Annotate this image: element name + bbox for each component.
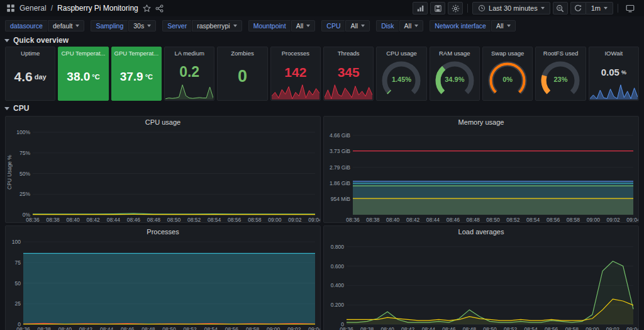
svg-text:09:00: 09:00	[587, 217, 601, 223]
chart-canvas[interactable]: 954 MiB1.86 GiB2.79 GiB3.73 GiB4.66 GiB0…	[324, 128, 638, 223]
variable-value-network-interface[interactable]: All	[491, 20, 516, 31]
stat-title[interactable]: IOWait	[589, 47, 638, 57]
time-range-label: Last 30 minutes	[489, 4, 538, 12]
panel-title[interactable]: Processes	[6, 226, 320, 238]
chevron-down-icon	[507, 25, 511, 27]
svg-text:08:36: 08:36	[340, 326, 353, 330]
stat-title[interactable]: RootFS used	[536, 47, 585, 57]
stat-title[interactable]: LA medium	[165, 47, 214, 57]
stat-panel-la-medium: LA medium0.2	[164, 47, 214, 101]
svg-text:08:42: 08:42	[401, 326, 415, 330]
svg-text:08:52: 08:52	[506, 217, 520, 223]
save-dashboard-button[interactable]	[430, 2, 445, 14]
svg-text:08:44: 08:44	[426, 217, 440, 223]
svg-text:08:46: 08:46	[127, 217, 141, 223]
zoom-out-button[interactable]	[553, 2, 568, 14]
row-title: Quick overview	[13, 36, 69, 45]
svg-text:08:56: 08:56	[545, 326, 558, 330]
stat-value: 37.9°C	[112, 57, 161, 100]
chart-canvas[interactable]: 0%25%50%75%100%08:3608:3808:4008:4208:44…	[13, 128, 320, 223]
svg-text:0.800: 0.800	[331, 244, 345, 250]
row-header-cpu[interactable]: CPU	[0, 102, 644, 115]
refresh-interval-dropdown[interactable]: 1m	[586, 2, 613, 14]
stat-panel-uptime: Uptime4.6day	[5, 47, 55, 101]
svg-text:08:36: 08:36	[26, 217, 40, 223]
chevron-down-icon	[541, 7, 545, 9]
stat-title[interactable]: GPU Temperat...	[112, 47, 161, 57]
stat-title[interactable]: CPU Temperat...	[58, 47, 108, 57]
variable-value-datasource[interactable]: default	[48, 20, 85, 31]
svg-text:08:44: 08:44	[422, 326, 436, 330]
panel-memory-usage: Memory usage 954 MiB1.86 GiB2.79 GiB3.73…	[323, 116, 639, 223]
stat-panel-ram-usage: RAM usage34.9%	[430, 47, 480, 101]
svg-text:09:02: 09:02	[288, 217, 302, 223]
panel-title[interactable]: Memory usage	[324, 117, 638, 128]
sparkline	[590, 83, 638, 100]
svg-text:2.79 GiB: 2.79 GiB	[330, 164, 350, 171]
svg-text:08:58: 08:58	[248, 217, 262, 223]
settings-button[interactable]	[448, 2, 463, 14]
variable-server: Serverraspberrypi	[162, 20, 242, 31]
svg-text:08:52: 08:52	[187, 217, 201, 223]
svg-text:0.200: 0.200	[331, 302, 345, 308]
toolbar-divider	[467, 4, 468, 13]
breadcrumb-section[interactable]: General	[19, 4, 47, 13]
svg-text:08:58: 08:58	[246, 326, 260, 330]
star-icon[interactable]	[143, 4, 151, 13]
svg-text:08:40: 08:40	[66, 217, 80, 223]
add-panel-icon	[416, 4, 425, 13]
panel-title[interactable]: Load averages	[324, 226, 638, 238]
toolbar-divider	[618, 4, 618, 13]
svg-text:08:56: 08:56	[228, 217, 242, 223]
chart-canvas[interactable]: 025507510008:3608:3808:4008:4208:4408:46…	[6, 238, 320, 330]
variable-value-sampling[interactable]: 30s	[128, 20, 156, 31]
chevron-down-icon	[306, 25, 310, 27]
svg-text:08:42: 08:42	[79, 326, 93, 330]
variable-value-mountpoint[interactable]: All	[291, 20, 316, 31]
dashboard-grid-icon[interactable]	[6, 4, 15, 13]
grafana-dashboard: General / Raspberry Pi Monitoring	[0, 0, 644, 330]
stat-panel-iowait: IOWait0.05%	[589, 47, 639, 101]
svg-text:09:04: 09:04	[626, 326, 638, 330]
variable-value-cpu[interactable]: All	[345, 20, 370, 31]
svg-text:09:02: 09:02	[606, 217, 620, 223]
panel-title[interactable]: CPU usage	[6, 117, 320, 128]
svg-text:08:44: 08:44	[100, 326, 114, 330]
stat-title[interactable]: CPU usage	[377, 47, 426, 57]
refresh-button[interactable]	[570, 2, 586, 14]
stat-title[interactable]: Threads	[324, 47, 373, 57]
stat-title[interactable]: Processes	[271, 47, 320, 57]
svg-text:09:02: 09:02	[606, 326, 620, 330]
share-icon[interactable]	[155, 4, 164, 13]
svg-text:09:04: 09:04	[626, 217, 638, 223]
svg-text:3.73 GiB: 3.73 GiB	[330, 148, 350, 154]
stat-value: 0%	[483, 76, 532, 83]
svg-text:0.600: 0.600	[331, 263, 345, 270]
svg-text:08:46: 08:46	[121, 326, 135, 330]
svg-text:08:38: 08:38	[366, 217, 380, 223]
svg-text:08:38: 08:38	[360, 326, 374, 330]
stat-value: 38.0°C	[58, 57, 108, 100]
chevron-down-icon	[414, 25, 418, 27]
gauge: 23%	[536, 57, 585, 100]
stat-title[interactable]: RAM usage	[430, 47, 479, 57]
variable-value-disk[interactable]: All	[399, 20, 424, 31]
stat-title[interactable]: Swap usage	[483, 47, 532, 57]
add-panel-button[interactable]	[413, 2, 428, 14]
svg-text:75: 75	[15, 259, 21, 266]
variable-value-server[interactable]: raspberrypi	[192, 20, 242, 31]
variable-mountpoint: MountpointAll	[248, 20, 316, 31]
svg-text:09:02: 09:02	[287, 326, 301, 330]
save-icon	[434, 4, 442, 13]
time-range-picker[interactable]: Last 30 minutes	[472, 2, 550, 14]
variable-label-network-interface: Network interface	[430, 20, 491, 31]
stat-title[interactable]: Uptime	[6, 47, 55, 57]
variable-label-server: Server	[162, 20, 191, 31]
stat-title[interactable]: Zombies	[218, 47, 267, 57]
svg-text:08:54: 08:54	[204, 326, 218, 330]
svg-text:08:50: 08:50	[483, 326, 497, 330]
chart-canvas[interactable]: 00.2000.4000.6000.80008:3608:3808:4008:4…	[324, 238, 638, 330]
tv-mode-button[interactable]	[623, 2, 638, 14]
sparkline	[325, 83, 372, 100]
row-header-quick-overview[interactable]: Quick overview	[0, 34, 644, 47]
